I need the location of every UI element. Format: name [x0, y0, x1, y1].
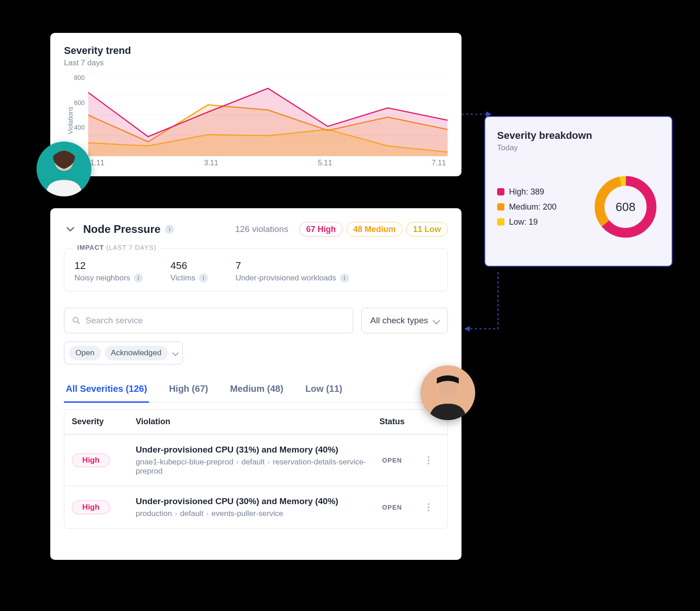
table-row[interactable]: High Under-provisioned CPU (31%) and Mem…: [64, 434, 447, 486]
tab-severity[interactable]: High (67): [167, 378, 210, 402]
chip-open[interactable]: Open: [69, 346, 101, 360]
avatar: [420, 365, 475, 420]
info-icon[interactable]: i: [340, 274, 349, 283]
severity-trend-title: Severity trend: [64, 45, 448, 57]
trend-xaxis: 1.11 3.11 5.11 7.11: [88, 159, 448, 167]
severity-trend-card: Severity trend Last 7 days Violations 80…: [50, 33, 461, 176]
chevron-down-icon: [172, 350, 179, 356]
swatch-medium: [497, 203, 504, 211]
breakdown-title: Severity breakdown: [497, 130, 660, 142]
violation-title: Under-provisioned CPU (30%) and Memory (…: [136, 496, 367, 506]
status-badge: OPEN: [367, 457, 417, 464]
search-input[interactable]: Search service: [64, 308, 353, 333]
metric-victims: 456 Victimsi: [170, 260, 208, 283]
svg-marker-16: [464, 326, 470, 332]
impact-title-range: (LAST 7 DAYS): [106, 244, 157, 251]
chevron-down-icon: [433, 317, 440, 325]
violations-count: 126 violations: [235, 224, 288, 234]
node-pressure-card: Node Pressure i 126 violations 67 High 4…: [50, 208, 461, 560]
severity-badge: High: [72, 453, 110, 467]
trend-chart: [88, 74, 448, 156]
swatch-high: [497, 188, 504, 195]
severity-badge: High: [72, 500, 110, 514]
violation-title: Under-provisioned CPU (31%) and Memory (…: [136, 445, 367, 455]
kebab-icon[interactable]: [428, 506, 430, 508]
breadcrumb: production›default›events-puller-service: [136, 509, 367, 518]
donut-total: 608: [591, 173, 660, 241]
severity-trend-subtitle: Last 7 days: [64, 58, 448, 68]
status-filter[interactable]: Open Acknowledged: [64, 342, 183, 364]
breakdown-legend: High: 389 Medium: 200 Low: 19: [497, 182, 557, 232]
severity-tabs: All Severities (126)High (67)Medium (48)…: [64, 378, 448, 403]
tab-severity[interactable]: Low (11): [303, 378, 344, 402]
table-row[interactable]: High Under-provisioned CPU (30%) and Mem…: [64, 486, 447, 528]
search-icon: [72, 316, 81, 325]
metric-underprovisioned: 7 Under-provisioned workloadsi: [235, 260, 349, 283]
trend-yaxis: 800 600 400 200: [74, 74, 88, 156]
legend-high: High: 389: [497, 187, 557, 197]
node-pressure-title: Node Pressure: [83, 223, 160, 236]
collapse-icon[interactable]: [64, 223, 77, 236]
tab-severity[interactable]: All Severities (126): [64, 378, 149, 403]
chip-acknowledged[interactable]: Acknowledged: [105, 346, 168, 360]
status-badge: OPEN: [367, 504, 417, 511]
info-icon[interactable]: i: [134, 274, 143, 283]
col-severity: Severity: [72, 417, 136, 427]
tab-severity[interactable]: Medium (48): [228, 378, 285, 402]
col-violation: Violation: [136, 417, 367, 427]
breadcrumb: gnae1-kubepci-blue-preprod›default›reser…: [136, 458, 367, 476]
svg-line-9: [78, 322, 80, 324]
pill-low: 11 Low: [406, 222, 448, 237]
info-icon[interactable]: i: [199, 274, 208, 283]
breakdown-donut: 608: [591, 173, 660, 241]
legend-medium: Medium: 200: [497, 202, 557, 212]
search-placeholder: Search service: [85, 316, 143, 326]
swatch-low: [497, 218, 504, 226]
kebab-icon[interactable]: [428, 459, 430, 461]
severity-breakdown-card: Severity breakdown Today High: 389 Mediu…: [484, 116, 673, 267]
avatar: [37, 142, 91, 196]
legend-low: Low: 19: [497, 217, 557, 227]
violations-table: Severity Violation Status High Under-pro…: [64, 409, 448, 529]
pill-high: 67 High: [299, 222, 343, 237]
breakdown-subtitle: Today: [497, 143, 660, 153]
pill-medium: 48 Medium: [346, 222, 403, 237]
impact-panel: IMPACT (LAST 7 DAYS) 12 Noisy neighborsi…: [64, 248, 448, 291]
check-types-select[interactable]: All check types: [361, 308, 448, 333]
col-status: Status: [367, 417, 417, 427]
impact-title: IMPACT: [77, 244, 104, 251]
metric-noisy-neighbors: 12 Noisy neighborsi: [74, 260, 143, 283]
info-icon[interactable]: i: [165, 225, 174, 234]
